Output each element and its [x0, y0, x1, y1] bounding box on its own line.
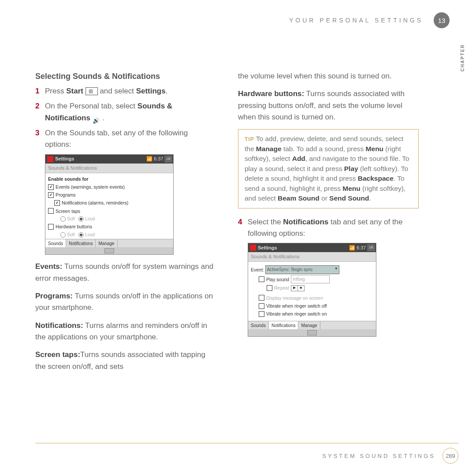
- stop-button[interactable]: ■: [298, 286, 304, 291]
- window-title: Settings: [55, 155, 74, 163]
- checkbox-screen-taps[interactable]: [48, 208, 54, 214]
- term: Screen taps:: [35, 350, 80, 359]
- checkbox-hardware-buttons[interactable]: [48, 224, 54, 230]
- step-1: 1 Press Start and select Settings.: [35, 86, 216, 97]
- label: Vibrate when ringer switch off: [266, 302, 327, 309]
- text: Select the: [248, 218, 283, 226]
- label: Notifications (alarms, reminders): [62, 199, 128, 206]
- bold: Manage: [256, 145, 282, 152]
- start-flag-icon: [250, 245, 256, 251]
- term: Events:: [35, 262, 62, 271]
- speaker-icon: [93, 115, 100, 122]
- label: Loud: [85, 232, 95, 237]
- radio-loud[interactable]: [78, 216, 84, 222]
- sound-file-input[interactable]: Infbeg: [291, 275, 330, 284]
- play-controls: ▶ ■: [291, 285, 305, 291]
- page-footer: SYSTEM SOUND SETTINGS 289: [35, 443, 458, 464]
- text: On the Sounds tab, set any of the follow…: [45, 127, 216, 151]
- checkbox-notifications[interactable]: ✔: [54, 200, 60, 206]
- desc-screentaps: Screen taps:Turns sounds associated with…: [35, 349, 216, 372]
- text: and select: [100, 87, 136, 95]
- bold-settings: Settings: [136, 87, 166, 95]
- windows-start-icon: [86, 87, 98, 95]
- bold: Add: [292, 155, 305, 162]
- bold: Backspace: [358, 175, 394, 182]
- label: Programs: [56, 191, 76, 198]
- tab-notifications[interactable]: Notifications: [66, 239, 96, 247]
- bold: Send Sound: [329, 194, 369, 202]
- chapter-number-badge: 13: [434, 12, 450, 28]
- text: or: [320, 194, 329, 202]
- checkbox-events[interactable]: ✔: [48, 184, 54, 190]
- bold: Menu: [366, 145, 383, 152]
- bold-start: Start: [66, 87, 83, 95]
- radio-soft[interactable]: [60, 216, 66, 222]
- label: Play sound: [266, 276, 289, 283]
- signal-icon: 📶: [349, 244, 355, 252]
- enable-sounds-header: Enable sounds for: [48, 175, 171, 182]
- term: Programs:: [35, 292, 73, 300]
- event-dropdown[interactable]: ActiveSync: Begin sync: [265, 265, 339, 274]
- bold: Play: [344, 165, 358, 172]
- running-header: YOUR PERSONAL SETTINGS: [289, 17, 423, 24]
- tip-box: TIP To add, preview, delete, and send so…: [238, 129, 419, 208]
- window-title: Settings: [258, 244, 277, 252]
- ok-button[interactable]: ok: [367, 244, 375, 251]
- signal-icon: 📶: [146, 155, 152, 163]
- label: Soft: [67, 232, 75, 237]
- tab-notifications[interactable]: Notifications: [269, 321, 298, 329]
- label: Soft: [67, 216, 75, 221]
- tab-sounds[interactable]: Sounds: [45, 239, 66, 247]
- step-4: 4 Select the Notifications tab and set a…: [238, 216, 419, 240]
- step-number: 3: [35, 127, 45, 151]
- bold-notifications: Notifications: [283, 218, 328, 226]
- label: Loud: [85, 216, 95, 221]
- radio-loud[interactable]: [78, 232, 84, 238]
- label: Screen taps: [56, 208, 80, 215]
- label: Vibrate when ringer switch on: [266, 310, 327, 317]
- term: Hardware buttons:: [238, 89, 304, 98]
- radio-soft[interactable]: [60, 232, 66, 238]
- checkbox-play-sound[interactable]: [259, 276, 264, 282]
- step-number: 1: [35, 86, 45, 97]
- desc-programs: Programs: Turns sounds on/off in the app…: [35, 290, 216, 314]
- tab-manage[interactable]: Manage: [96, 239, 117, 247]
- text: Turns sounds on/off for system warnings …: [35, 262, 213, 282]
- clock: 6:37: [154, 155, 163, 163]
- bold: Menu: [342, 185, 360, 192]
- bold: Beam Sound: [278, 194, 320, 202]
- screenshot-notifications-tab: Settings 📶 6:37 ok Sounds & Notification…: [248, 243, 376, 337]
- checkbox-vibrate-off[interactable]: [259, 303, 264, 309]
- desc-events: Events: Turns sounds on/off for system w…: [35, 261, 216, 284]
- label: Repeat: [274, 284, 289, 291]
- step-2: 2 On the Personal tab, select Sounds & N…: [35, 100, 216, 124]
- checkbox-vibrate-on[interactable]: [259, 311, 264, 317]
- keyboard-icon[interactable]: [104, 248, 114, 253]
- section-title: Selecting Sounds & Notifications: [35, 71, 216, 83]
- checkbox-programs[interactable]: ✔: [48, 192, 54, 198]
- text: tab. To add a sound, press: [282, 145, 366, 152]
- desc-notifications: Notifications: Turns alarms and reminder…: [35, 320, 216, 343]
- panel-subtitle: Sounds & Notifications: [248, 252, 376, 262]
- label: Events (warnings, system events): [56, 183, 125, 190]
- start-flag-icon: [47, 156, 53, 162]
- text: .: [166, 87, 168, 95]
- ok-button[interactable]: ok: [164, 156, 172, 163]
- keyboard-icon[interactable]: [307, 330, 317, 335]
- panel-subtitle: Sounds & Notifications: [45, 164, 173, 173]
- checkbox-display-message[interactable]: [259, 295, 264, 301]
- screenshot-sounds-tab: Settings 📶 6:37 ok Sounds & Notification…: [45, 154, 174, 255]
- tip-label: TIP: [245, 136, 254, 142]
- text: Press: [45, 87, 66, 95]
- tab-sounds[interactable]: Sounds: [248, 321, 269, 329]
- text: On the Personal tab, select: [45, 102, 138, 110]
- page-number: 289: [443, 448, 458, 464]
- tab-manage[interactable]: Manage: [298, 321, 320, 329]
- checkbox-repeat[interactable]: [267, 285, 272, 291]
- play-button[interactable]: ▶: [291, 286, 298, 291]
- footer-title: SYSTEM SOUND SETTINGS: [322, 453, 435, 459]
- label: Hardware buttons: [56, 223, 92, 230]
- text: .: [102, 114, 104, 122]
- clock: 6:37: [357, 244, 366, 252]
- step-number: 2: [35, 100, 45, 124]
